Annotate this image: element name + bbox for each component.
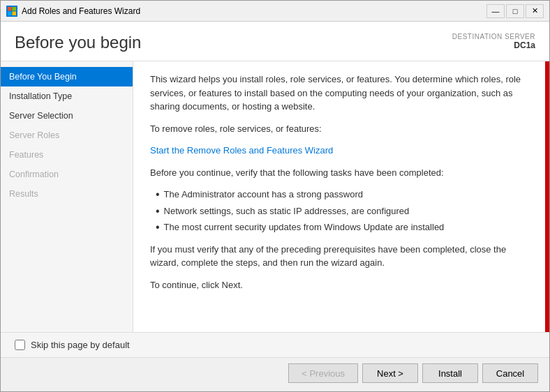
red-accent-bar xyxy=(545,61,549,332)
bullet-item-3: • The most current security updates from… xyxy=(156,220,521,234)
sidebar-item-before-you-begin[interactable]: Before You Begin xyxy=(1,67,133,86)
skip-checkbox-label[interactable]: Skip this page by default xyxy=(31,340,130,350)
sidebar-item-results: Results xyxy=(1,184,133,204)
close-button[interactable]: ✕ xyxy=(526,4,544,18)
next-button[interactable]: Next > xyxy=(362,363,418,383)
window-title: Add Roles and Features Wizard xyxy=(22,6,486,16)
continue-text: To continue, click Next. xyxy=(150,278,521,292)
svg-rect-3 xyxy=(13,11,17,15)
app-icon xyxy=(6,6,17,17)
bullet-dot-3: • xyxy=(156,220,160,234)
bullet-item-2: • Network settings, such as static IP ad… xyxy=(156,204,521,218)
svg-rect-0 xyxy=(8,7,12,11)
remove-link[interactable]: Start the Remove Roles and Features Wiza… xyxy=(150,145,333,156)
sidebar-item-features: Features xyxy=(1,145,133,165)
bullet-dot-1: • xyxy=(156,188,160,201)
previous-button[interactable]: < Previous xyxy=(288,363,358,383)
sidebar-item-server-roles: Server Roles xyxy=(1,126,133,145)
main-window: Add Roles and Features Wizard — □ ✕ Befo… xyxy=(0,0,550,392)
prereq-text: If you must verify that any of the prece… xyxy=(150,243,521,270)
bullet-dot-2: • xyxy=(156,204,160,218)
sidebar: Before You Begin Installation Type Serve… xyxy=(1,61,133,332)
sidebar-item-server-selection[interactable]: Server Selection xyxy=(1,106,133,126)
install-button[interactable]: Install xyxy=(422,363,478,383)
wizard-footer: Skip this page by default < Previous Nex… xyxy=(1,332,549,391)
bullet-text-1: The Administrator account has a strong p… xyxy=(164,188,363,202)
wizard-header: Before you begin DESTINATION SERVER DC1a xyxy=(1,22,549,61)
minimize-button[interactable]: — xyxy=(486,4,505,18)
checkbox-area: Skip this page by default xyxy=(1,333,549,357)
server-name: DC1a xyxy=(452,40,535,50)
intro-text: This wizard helps you install roles, rol… xyxy=(150,73,521,114)
title-bar: Add Roles and Features Wizard — □ ✕ xyxy=(1,1,549,22)
wizard-content: Before You Begin Installation Type Serve… xyxy=(1,61,549,332)
destination-label: DESTINATION SERVER xyxy=(452,33,535,40)
bullet-item-1: • The Administrator account has a strong… xyxy=(156,188,521,202)
bullet-text-3: The most current security updates from W… xyxy=(164,220,445,234)
bullet-list: • The Administrator account has a strong… xyxy=(156,188,521,234)
window-controls: — □ ✕ xyxy=(486,4,544,18)
sidebar-item-installation-type[interactable]: Installation Type xyxy=(1,86,133,106)
button-bar: < Previous Next > Install Cancel xyxy=(1,357,549,391)
cancel-button[interactable]: Cancel xyxy=(482,363,538,383)
main-content: This wizard helps you install roles, rol… xyxy=(150,73,533,292)
page-title: Before you begin xyxy=(15,33,141,52)
verify-text: Before you continue, verify that the fol… xyxy=(150,166,521,180)
remove-heading: To remove roles, role services, or featu… xyxy=(150,122,521,136)
bullet-text-2: Network settings, such as static IP addr… xyxy=(164,204,410,218)
svg-rect-2 xyxy=(8,11,12,15)
sidebar-item-confirmation: Confirmation xyxy=(1,165,133,184)
maximize-button[interactable]: □ xyxy=(506,4,524,18)
skip-checkbox[interactable] xyxy=(15,340,25,350)
main-area: This wizard helps you install roles, rol… xyxy=(133,61,549,332)
svg-rect-1 xyxy=(13,7,17,11)
destination-server-info: DESTINATION SERVER DC1a xyxy=(452,33,535,50)
